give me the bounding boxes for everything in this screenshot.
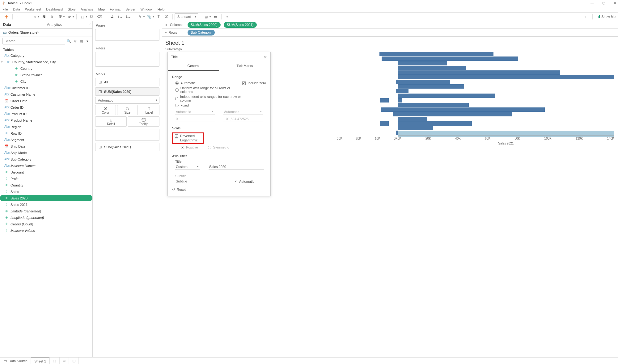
dialog-tab-tickmarks[interactable]: Tick Marks: [219, 62, 270, 71]
field-country-state-province-city[interactable]: ▾⊕Country, State/Province, City: [0, 59, 92, 65]
sort-asc-icon[interactable]: ⬆≡: [116, 13, 124, 20]
pill-sum-sales-2021[interactable]: SUM(Sales 2021): [224, 22, 257, 28]
checkbox-include-zero[interactable]: Include zero: [242, 81, 266, 85]
field-customer-id[interactable]: AbcCustomer ID: [0, 85, 92, 91]
marks-size-button[interactable]: ⬡Size: [117, 105, 138, 115]
field-row-id[interactable]: #Row ID: [0, 130, 92, 136]
share-icon[interactable]: ∝: [223, 13, 231, 20]
checkbox-reversed[interactable]: Reversed: [175, 134, 201, 138]
new-worksheet-icon[interactable]: 🗐: [56, 13, 64, 20]
title-mode-selector[interactable]: Custom: [175, 164, 200, 170]
sheet-title[interactable]: Sheet 1: [162, 37, 618, 48]
window-close-icon[interactable]: ✕: [614, 1, 616, 5]
field-sales-2020[interactable]: #Sales 2020: [0, 195, 92, 201]
marks-detail-button[interactable]: ⊞Detail: [95, 116, 127, 127]
highlight-icon[interactable]: ✎: [136, 13, 144, 20]
filter-icon[interactable]: ▽: [73, 39, 78, 44]
bar-sales-2021[interactable]: [398, 117, 427, 121]
showme-icon[interactable]: Show Me: [596, 13, 616, 20]
checkbox-logarithmic[interactable]: Logarithmic: [175, 138, 201, 142]
menu-worksheet[interactable]: Worksheet: [25, 7, 41, 11]
clear-icon[interactable]: ⌫: [96, 13, 104, 20]
refresh-icon[interactable]: ⟳: [65, 13, 73, 20]
bar-sales-2021[interactable]: [398, 98, 402, 103]
bar-sales-2020[interactable]: [393, 112, 398, 116]
field-profit[interactable]: #Profit: [0, 175, 92, 182]
expand-icon[interactable]: ▾: [1, 61, 4, 64]
marks-detail-shelf[interactable]: [95, 129, 159, 141]
radio-uniform[interactable]: Uniform axis range for all rows or colum…: [172, 86, 242, 94]
field-latitude-generated-[interactable]: ⊕Latitude (generated): [0, 208, 92, 214]
reset-button[interactable]: ↺Reset: [172, 184, 266, 191]
marks-sum2021-tab[interactable]: ◫ SUM(Sales 2021): [95, 143, 159, 151]
field-quantity[interactable]: #Quantity: [0, 182, 92, 188]
bar-sales-2021[interactable]: [398, 70, 560, 75]
marks-sum2020-tab[interactable]: ◫ SUM(Sales 2020): [95, 87, 159, 96]
undo-redo-icon[interactable]: ⎌: [31, 13, 39, 20]
field-measure-names[interactable]: AbcMeasure Names: [0, 162, 92, 169]
presentation-icon[interactable]: ▭: [211, 13, 219, 20]
bar-sales-2020[interactable]: [396, 80, 398, 84]
field-order-id[interactable]: AbcOrder ID: [0, 104, 92, 111]
field-category[interactable]: AbcCategory: [0, 52, 92, 59]
radio-automatic[interactable]: Automatic: [172, 81, 242, 86]
bar-sales-2021[interactable]: [398, 89, 408, 93]
marks-tooltip-button[interactable]: 💬Tooltip: [128, 116, 159, 127]
checkbox-subtitle-auto[interactable]: Automatic: [234, 180, 254, 183]
search-input[interactable]: [2, 38, 65, 44]
bar-sales-2020[interactable]: [379, 52, 398, 56]
menu-window[interactable]: Window: [141, 7, 153, 11]
window-maximize-icon[interactable]: ▢: [602, 1, 605, 5]
menu-map[interactable]: Map: [98, 7, 105, 11]
field-sales[interactable]: #Sales: [0, 188, 92, 195]
fit-selector[interactable]: Standard: [175, 13, 198, 20]
bar-sales-2021[interactable]: [398, 75, 615, 79]
field-city[interactable]: ⊕City: [0, 78, 92, 85]
pin-icon[interactable]: 📎: [145, 13, 153, 20]
field-orders-count-[interactable]: #Orders (Count): [0, 221, 92, 227]
field-ship-date[interactable]: 📅Ship Date: [0, 143, 92, 149]
bar-sales-2021[interactable]: [398, 107, 545, 112]
bar-sales-2020[interactable]: [382, 56, 397, 61]
new-datasource-icon[interactable]: 🗎: [48, 13, 56, 20]
field-sub-category[interactable]: AbcSub-Category: [0, 156, 92, 162]
bar-sales-2021[interactable]: [398, 103, 469, 107]
duplicate-icon[interactable]: ⿻: [88, 13, 96, 20]
field-country[interactable]: ⊕Country: [0, 65, 92, 72]
bar-sales-2021[interactable]: [398, 52, 494, 56]
pill-sum-sales-2020[interactable]: SUM(Sales 2020): [188, 22, 221, 28]
window-minimize-icon[interactable]: —: [590, 1, 594, 5]
mark-type-selector[interactable]: Automatic: [95, 97, 159, 104]
bar-sales-2021[interactable]: [398, 61, 447, 65]
menu-data[interactable]: Data: [13, 7, 20, 11]
pane-collapse-icon[interactable]: ‹: [88, 21, 92, 28]
tab-data[interactable]: Data: [0, 21, 44, 28]
marks-all-tab[interactable]: ◫ All: [95, 78, 159, 86]
menu-analysis[interactable]: Analysis: [81, 7, 93, 11]
bar-sales-2020[interactable]: [381, 107, 397, 112]
field-order-date[interactable]: 📅Order Date: [0, 98, 92, 104]
bar-sales-2020[interactable]: [396, 131, 398, 135]
marks-label-button[interactable]: TLabel: [139, 105, 159, 115]
menu-caret-icon[interactable]: ▾: [85, 39, 90, 44]
field-customer-name[interactable]: AbcCustomer Name: [0, 91, 92, 98]
axis-title-input[interactable]: [209, 164, 264, 170]
field-discount[interactable]: #Discount: [0, 169, 92, 175]
field-state-province[interactable]: ⊕State/Province: [0, 72, 92, 78]
pages-shelf[interactable]: [95, 29, 159, 41]
field-product-name[interactable]: AbcProduct Name: [0, 117, 92, 123]
bar-sales-2021[interactable]: [398, 84, 464, 89]
pill-subcategory[interactable]: Sub-Category: [188, 30, 215, 36]
tableau-icon[interactable]: [2, 13, 11, 20]
radio-independent[interactable]: Independent axis ranges for each row or …: [172, 94, 242, 103]
bar-sales-2021[interactable]: [398, 66, 466, 70]
field-segment[interactable]: AbcSegment: [0, 136, 92, 143]
show-cards-icon[interactable]: ▦: [202, 13, 210, 20]
bar-sales-2021[interactable]: [398, 56, 519, 61]
field-measure-values[interactable]: #Measure Values: [0, 227, 92, 234]
dialog-tab-general[interactable]: General: [168, 62, 219, 71]
save-icon[interactable]: 🖫: [40, 13, 48, 20]
tab-datasource[interactable]: 🗃Data Source: [0, 358, 31, 364]
swap-icon[interactable]: ⇄: [108, 13, 116, 20]
menu-story[interactable]: Story: [68, 7, 76, 11]
